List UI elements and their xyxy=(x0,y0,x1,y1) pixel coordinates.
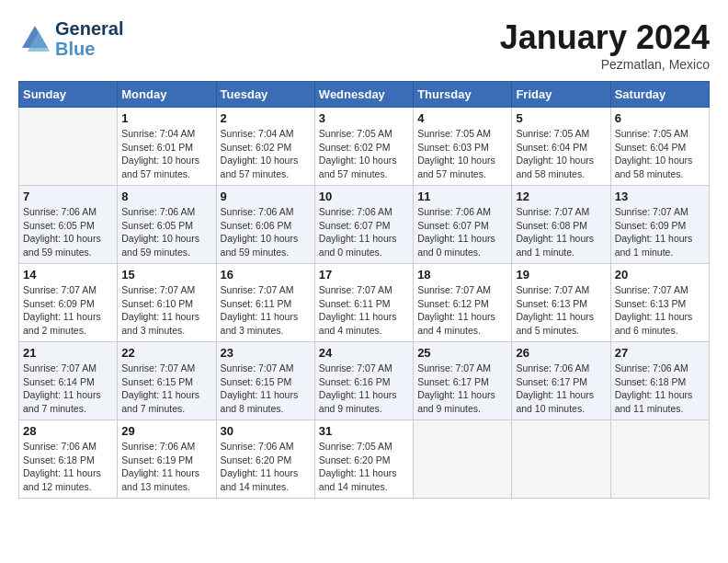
calendar-week-row: 28Sunrise: 7:06 AM Sunset: 6:18 PM Dayli… xyxy=(19,420,710,499)
day-number: 22 xyxy=(121,346,211,360)
table-row: 15Sunrise: 7:07 AM Sunset: 6:10 PM Dayli… xyxy=(118,264,216,342)
table-row: 19Sunrise: 7:07 AM Sunset: 6:13 PM Dayli… xyxy=(512,264,610,342)
col-sunday: Sunday xyxy=(19,82,118,108)
table-row: 27Sunrise: 7:06 AM Sunset: 6:18 PM Dayli… xyxy=(610,342,709,420)
calendar-table: Sunday Monday Tuesday Wednesday Thursday… xyxy=(18,81,710,499)
day-info: Sunrise: 7:07 AM Sunset: 6:13 PM Dayligh… xyxy=(615,283,705,338)
col-monday: Monday xyxy=(118,82,216,108)
table-row: 7Sunrise: 7:06 AM Sunset: 6:05 PM Daylig… xyxy=(19,186,118,264)
table-row: 6Sunrise: 7:05 AM Sunset: 6:04 PM Daylig… xyxy=(610,108,709,186)
day-info: Sunrise: 7:06 AM Sunset: 6:06 PM Dayligh… xyxy=(221,205,311,259)
table-row: 3Sunrise: 7:05 AM Sunset: 6:02 PM Daylig… xyxy=(314,108,413,186)
table-row: 16Sunrise: 7:07 AM Sunset: 6:11 PM Dayli… xyxy=(216,264,314,342)
table-row: 29Sunrise: 7:06 AM Sunset: 6:19 PM Dayli… xyxy=(118,420,216,499)
calendar-week-row: 1Sunrise: 7:04 AM Sunset: 6:01 PM Daylig… xyxy=(19,108,710,186)
col-tuesday: Tuesday xyxy=(216,82,314,108)
day-number: 28 xyxy=(23,424,113,438)
day-number: 20 xyxy=(615,268,705,282)
location: Pezmatlan, Mexico xyxy=(500,57,710,72)
table-row: 31Sunrise: 7:05 AM Sunset: 6:20 PM Dayli… xyxy=(314,420,413,499)
table-row: 24Sunrise: 7:07 AM Sunset: 6:16 PM Dayli… xyxy=(314,342,413,420)
day-number: 17 xyxy=(319,268,409,282)
day-info: Sunrise: 7:06 AM Sunset: 6:20 PM Dayligh… xyxy=(221,440,311,494)
day-number: 30 xyxy=(221,424,311,438)
day-info: Sunrise: 7:07 AM Sunset: 6:09 PM Dayligh… xyxy=(615,205,705,259)
day-info: Sunrise: 7:07 AM Sunset: 6:12 PM Dayligh… xyxy=(417,283,507,338)
day-number: 18 xyxy=(417,268,507,282)
day-info: Sunrise: 7:07 AM Sunset: 6:16 PM Dayligh… xyxy=(319,362,409,416)
day-info: Sunrise: 7:06 AM Sunset: 6:05 PM Dayligh… xyxy=(23,205,113,259)
table-row xyxy=(19,108,118,186)
table-row: 26Sunrise: 7:06 AM Sunset: 6:17 PM Dayli… xyxy=(512,342,610,420)
day-info: Sunrise: 7:06 AM Sunset: 6:07 PM Dayligh… xyxy=(319,205,409,259)
day-info: Sunrise: 7:06 AM Sunset: 6:07 PM Dayligh… xyxy=(417,205,507,259)
day-number: 10 xyxy=(319,190,409,203)
table-row: 9Sunrise: 7:06 AM Sunset: 6:06 PM Daylig… xyxy=(216,186,314,264)
table-row: 22Sunrise: 7:07 AM Sunset: 6:15 PM Dayli… xyxy=(118,342,216,420)
table-row: 5Sunrise: 7:05 AM Sunset: 6:04 PM Daylig… xyxy=(512,108,610,186)
table-row: 25Sunrise: 7:07 AM Sunset: 6:17 PM Dayli… xyxy=(414,342,512,420)
col-friday: Friday xyxy=(512,82,610,108)
day-info: Sunrise: 7:07 AM Sunset: 6:11 PM Dayligh… xyxy=(319,283,409,338)
calendar-week-row: 21Sunrise: 7:07 AM Sunset: 6:14 PM Dayli… xyxy=(19,342,710,420)
table-row: 20Sunrise: 7:07 AM Sunset: 6:13 PM Dayli… xyxy=(610,264,709,342)
day-info: Sunrise: 7:07 AM Sunset: 6:08 PM Dayligh… xyxy=(516,205,606,259)
page-header: General Blue January 2024 Pezmatlan, Mex… xyxy=(18,18,710,72)
day-info: Sunrise: 7:05 AM Sunset: 6:04 PM Dayligh… xyxy=(516,127,606,181)
day-number: 1 xyxy=(121,111,211,125)
day-info: Sunrise: 7:06 AM Sunset: 6:19 PM Dayligh… xyxy=(121,440,211,494)
day-info: Sunrise: 7:07 AM Sunset: 6:09 PM Dayligh… xyxy=(23,283,113,338)
table-row: 30Sunrise: 7:06 AM Sunset: 6:20 PM Dayli… xyxy=(216,420,314,499)
day-info: Sunrise: 7:06 AM Sunset: 6:18 PM Dayligh… xyxy=(23,440,113,494)
day-number: 7 xyxy=(23,190,113,203)
day-info: Sunrise: 7:04 AM Sunset: 6:01 PM Dayligh… xyxy=(121,127,211,181)
logo-icon xyxy=(18,22,51,55)
day-info: Sunrise: 7:07 AM Sunset: 6:17 PM Dayligh… xyxy=(417,362,507,416)
day-number: 23 xyxy=(221,346,311,360)
day-number: 4 xyxy=(417,111,507,125)
day-info: Sunrise: 7:05 AM Sunset: 6:03 PM Dayligh… xyxy=(417,127,507,181)
col-wednesday: Wednesday xyxy=(314,82,413,108)
day-info: Sunrise: 7:06 AM Sunset: 6:18 PM Dayligh… xyxy=(615,362,705,416)
day-number: 15 xyxy=(121,268,211,282)
day-number: 13 xyxy=(615,190,705,203)
day-number: 26 xyxy=(516,346,606,360)
table-row: 8Sunrise: 7:06 AM Sunset: 6:05 PM Daylig… xyxy=(118,186,216,264)
title-block: January 2024 Pezmatlan, Mexico xyxy=(500,18,710,72)
day-info: Sunrise: 7:06 AM Sunset: 6:05 PM Dayligh… xyxy=(121,205,211,259)
calendar-week-row: 7Sunrise: 7:06 AM Sunset: 6:05 PM Daylig… xyxy=(19,186,710,264)
day-info: Sunrise: 7:05 AM Sunset: 6:02 PM Dayligh… xyxy=(319,127,409,181)
day-info: Sunrise: 7:07 AM Sunset: 6:13 PM Dayligh… xyxy=(516,283,606,338)
table-row: 4Sunrise: 7:05 AM Sunset: 6:03 PM Daylig… xyxy=(414,108,512,186)
table-row: 12Sunrise: 7:07 AM Sunset: 6:08 PM Dayli… xyxy=(512,186,610,264)
day-info: Sunrise: 7:05 AM Sunset: 6:20 PM Dayligh… xyxy=(319,440,409,494)
table-row: 23Sunrise: 7:07 AM Sunset: 6:15 PM Dayli… xyxy=(216,342,314,420)
day-info: Sunrise: 7:07 AM Sunset: 6:14 PM Dayligh… xyxy=(23,362,113,416)
logo-name2: Blue xyxy=(55,39,123,59)
table-row: 21Sunrise: 7:07 AM Sunset: 6:14 PM Dayli… xyxy=(19,342,118,420)
day-number: 9 xyxy=(221,190,311,203)
day-info: Sunrise: 7:07 AM Sunset: 6:10 PM Dayligh… xyxy=(121,283,211,338)
table-row: 14Sunrise: 7:07 AM Sunset: 6:09 PM Dayli… xyxy=(19,264,118,342)
day-number: 11 xyxy=(417,190,507,203)
day-info: Sunrise: 7:07 AM Sunset: 6:15 PM Dayligh… xyxy=(121,362,211,416)
col-thursday: Thursday xyxy=(414,82,512,108)
day-number: 8 xyxy=(121,190,211,203)
day-info: Sunrise: 7:06 AM Sunset: 6:17 PM Dayligh… xyxy=(516,362,606,416)
day-number: 16 xyxy=(221,268,311,282)
day-number: 24 xyxy=(319,346,409,360)
day-number: 25 xyxy=(417,346,507,360)
day-number: 19 xyxy=(516,268,606,282)
calendar-week-row: 14Sunrise: 7:07 AM Sunset: 6:09 PM Dayli… xyxy=(19,264,710,342)
day-number: 2 xyxy=(221,111,311,125)
day-number: 3 xyxy=(319,111,409,125)
day-number: 5 xyxy=(516,111,606,125)
day-info: Sunrise: 7:05 AM Sunset: 6:04 PM Dayligh… xyxy=(615,127,705,181)
day-number: 21 xyxy=(23,346,113,360)
table-row xyxy=(610,420,709,499)
calendar-header-row: Sunday Monday Tuesday Wednesday Thursday… xyxy=(19,82,710,108)
table-row: 2Sunrise: 7:04 AM Sunset: 6:02 PM Daylig… xyxy=(216,108,314,186)
day-info: Sunrise: 7:07 AM Sunset: 6:15 PM Dayligh… xyxy=(221,362,311,416)
day-number: 6 xyxy=(615,111,705,125)
day-number: 29 xyxy=(121,424,211,438)
